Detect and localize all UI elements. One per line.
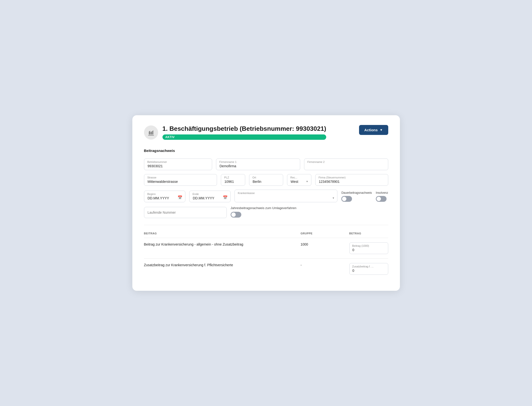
plz-input[interactable] xyxy=(221,174,245,186)
actions-button[interactable]: Actions ▼ xyxy=(359,125,388,135)
betriebsnummer-input[interactable] xyxy=(144,159,212,170)
ende-field: Ende 📅 xyxy=(189,191,231,202)
chevron-down-icon: ▼ xyxy=(380,128,383,132)
insolvenz-toggle[interactable] xyxy=(376,196,387,202)
table-row: Zusatzbeitrag zur Krankenversicherung f.… xyxy=(144,259,388,279)
dauerbeitragsnachweis-toggle[interactable] xyxy=(341,196,352,202)
firmenname1-field: Firmenname 1 xyxy=(216,159,300,170)
form-row-1: Betriebsnummer Firmenname 1 Firmenname 2 xyxy=(144,159,388,170)
beginn-input[interactable] xyxy=(144,191,185,202)
table-row: Beitrag zur Krankenversicherung - allgem… xyxy=(144,238,388,259)
ende-input[interactable] xyxy=(189,191,231,202)
firmenname2-field: Firmenname 2 xyxy=(304,159,388,170)
form-row-3: Beginn 📅 Ende 📅 Krankenkasse Dauerbeitra… xyxy=(144,190,388,202)
ort-field: Ort xyxy=(249,174,283,186)
betrag-label: Zusatzbeitrag f. ... xyxy=(352,265,374,268)
beitrag-cell: Beitrag zur Krankenversicherung - allgem… xyxy=(144,238,301,259)
jahresbeitragsnachweis-group: Jahresbeitragsnachweis zum Umlageverfahr… xyxy=(231,206,297,218)
laufende-nummer-field xyxy=(144,207,227,218)
beginn-field: Beginn 📅 xyxy=(144,191,185,202)
section-divider xyxy=(144,225,388,225)
firmenname2-input[interactable] xyxy=(304,159,388,170)
ort-input[interactable] xyxy=(249,174,283,186)
krankenkasse-select[interactable] xyxy=(234,190,338,202)
page-header: 1. Beschäftigungsbetrieb (Betriebsnummer… xyxy=(144,125,388,140)
dauerbeitragsnachweis-toggle-group: Dauerbeitragsnachweis xyxy=(341,191,372,202)
betrag-cell: Beitrag (1000) xyxy=(349,238,388,259)
betrag-input-group: Beitrag (1000) xyxy=(349,242,388,254)
strasse-input[interactable] xyxy=(144,174,217,186)
krankenkasse-field: Krankenkasse xyxy=(234,190,338,202)
beitrag-table: BEITRAG GRUPPE BETRAG Beitrag zur Kranke… xyxy=(144,232,388,279)
laufende-nummer-input[interactable] xyxy=(144,207,227,218)
insolvenz-toggle-group: Insolvenz xyxy=(376,191,388,202)
betrag-cell: Zusatzbeitrag f. ... xyxy=(349,259,388,279)
gruppe-cell: 1000 xyxy=(301,238,349,259)
strasse-field: Strasse xyxy=(144,174,217,186)
section-title: Beitragsnachweis xyxy=(144,149,388,153)
col-betrag-header: BETRAG xyxy=(349,232,388,238)
jahresbeitragsnachweis-label: Jahresbeitragsnachweis zum Umlageverfahr… xyxy=(231,206,297,210)
steuer-field: Firma (Steuernummer) xyxy=(315,174,388,186)
insolvenz-label: Insolvenz xyxy=(376,191,388,194)
header-title-block: 1. Beschäftigungsbetrieb (Betriebsnummer… xyxy=(162,125,326,140)
gruppe-cell: - xyxy=(301,259,349,279)
plz-field: PLZ xyxy=(221,174,245,186)
beitrag-cell: Zusatzbeitrag zur Krankenversicherung f.… xyxy=(144,259,301,279)
betrag-label: Beitrag (1000) xyxy=(352,244,369,247)
company-avatar xyxy=(144,125,158,140)
factory-icon xyxy=(148,129,154,136)
status-badge: AKTIV xyxy=(162,134,326,140)
dauerbeitragsnachweis-label: Dauerbeitragsnachweis xyxy=(341,191,372,194)
rec-field: Rec... West xyxy=(287,174,311,186)
betriebsnummer-field: Betriebsnummer xyxy=(144,159,212,170)
rec-select[interactable]: West xyxy=(287,174,311,186)
jahresbeitragsnachweis-toggle[interactable] xyxy=(231,212,241,218)
form-row-2: Strasse PLZ Ort Rec... West Firma (Steue… xyxy=(144,174,388,186)
main-card: 1. Beschäftigungsbetrieb (Betriebsnummer… xyxy=(132,115,400,291)
betrag-input-group: Zusatzbeitrag f. ... xyxy=(349,263,388,275)
header-left: 1. Beschäftigungsbetrieb (Betriebsnummer… xyxy=(144,125,326,140)
firmenname1-input[interactable] xyxy=(216,159,300,170)
page-title: 1. Beschäftigungsbetrieb (Betriebsnummer… xyxy=(162,125,326,132)
form-row-4: Jahresbeitragsnachweis zum Umlageverfahr… xyxy=(144,206,388,218)
col-gruppe-header: GRUPPE xyxy=(301,232,349,238)
steuer-input[interactable] xyxy=(315,174,388,186)
col-beitrag-header: BEITRAG xyxy=(144,232,301,238)
